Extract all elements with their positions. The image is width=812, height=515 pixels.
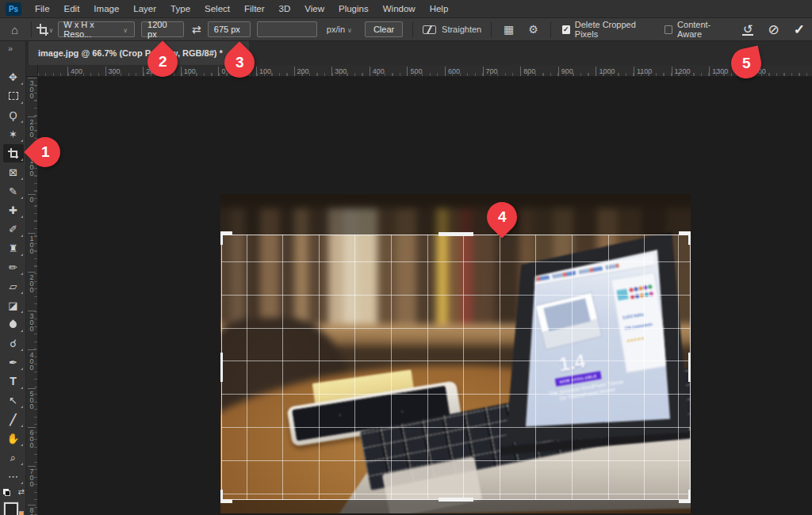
commit-crop-icon[interactable]: ✓: [794, 21, 805, 38]
divider: [550, 21, 551, 37]
line-tool-icon: ╱: [10, 414, 17, 425]
marquee-tool[interactable]: [3, 87, 24, 105]
menu-type[interactable]: Type: [163, 0, 197, 18]
checkbox-unchecked-icon: [665, 25, 672, 34]
foreground-color-swatch[interactable]: [4, 502, 18, 515]
v-ruler-label: 200: [28, 116, 36, 138]
crop-settings-gear-icon[interactable]: ⚙: [528, 23, 538, 36]
divider: [491, 21, 492, 37]
brush-tool[interactable]: ✐: [3, 220, 24, 238]
reset-crop-icon[interactable]: ↺: [742, 24, 754, 36]
crop-handle-right[interactable]: [688, 353, 691, 382]
line-tool[interactable]: ╱: [3, 410, 24, 429]
clear-button[interactable]: Clear: [365, 21, 403, 37]
crop-handle-bottom-left[interactable]: [220, 490, 232, 503]
v-ruler-label: 0: [28, 194, 36, 203]
path-selection-tool[interactable]: ↖: [3, 391, 24, 410]
quick-selection-tool-icon: ✶: [9, 129, 17, 139]
menu-bar: Ps FileEditImageLayerTypeSelectFilter3DV…: [0, 0, 812, 18]
menu-edit[interactable]: Edit: [57, 0, 87, 18]
h-ruler-label: 100: [181, 67, 196, 76]
default-foreground-swatch: [5, 490, 10, 496]
dodge-tool[interactable]: ☌: [3, 334, 24, 353]
menu-file[interactable]: File: [28, 0, 57, 18]
menu-plugins[interactable]: Plugins: [331, 0, 376, 18]
crop-height-value: 675 px: [214, 25, 240, 34]
h-ruler-label: 400: [370, 67, 385, 76]
clear-label: Clear: [373, 25, 394, 34]
menu-layer[interactable]: Layer: [126, 0, 163, 18]
move-tool[interactable]: ✥: [3, 68, 24, 86]
content-aware-checkbox[interactable]: Content-Aware: [665, 20, 729, 39]
home-icon[interactable]: ⌂: [11, 23, 18, 36]
cancel-crop-icon[interactable]: ⊘: [768, 21, 779, 38]
v-ruler-label: 600: [28, 427, 36, 448]
checkbox-checked-icon: ✓: [562, 25, 570, 34]
crop-handle-bottom-right[interactable]: [679, 490, 691, 503]
photoshop-logo[interactable]: Ps: [6, 2, 21, 16]
menu-image[interactable]: Image: [86, 0, 126, 18]
h-ruler-label: 100: [256, 67, 271, 76]
h-ruler-label: 500: [407, 67, 422, 76]
hand-tool[interactable]: ✋: [3, 429, 24, 448]
crop-tool-icon[interactable]: [36, 24, 47, 35]
crop-handle-top[interactable]: [439, 232, 473, 236]
v-ruler-label: 800: [28, 505, 36, 515]
menu-select[interactable]: Select: [197, 0, 237, 18]
type-tool[interactable]: T: [3, 372, 24, 391]
crop-handle-left[interactable]: [220, 353, 223, 382]
menu-help[interactable]: Help: [423, 0, 456, 18]
v-ruler-label: 300: [28, 78, 36, 99]
crop-handle-top-right[interactable]: [679, 231, 691, 245]
paint-bucket-tool[interactable]: ◪: [3, 296, 24, 315]
quick-selection-tool[interactable]: ✶: [3, 125, 24, 143]
menu-3d[interactable]: 3D: [272, 0, 298, 18]
lasso-tool[interactable]: Ϙ: [3, 106, 24, 124]
crop-tool[interactable]: [3, 144, 24, 162]
pen-tool[interactable]: ✒: [3, 353, 24, 372]
healing-brush-tool[interactable]: ✚: [3, 201, 24, 219]
crop-handle-bottom[interactable]: [439, 498, 473, 502]
more-tools[interactable]: ⋯: [3, 467, 24, 486]
h-ruler-label: 1000: [596, 67, 615, 76]
frame-tool[interactable]: ⊠: [3, 163, 24, 181]
canvas-area[interactable]: 3,012 Sales 776 Comments ★★★★★ 1.4 NOW A…: [38, 77, 812, 515]
zoom-tool[interactable]: ⌕: [3, 448, 24, 467]
crop-options-bar: ⌂ ∨ W x H x Reso... ∨ 1200 px ⇄ 675 px p…: [0, 18, 812, 41]
tool-strip: ✥Ϙ✶⊠✎✚✐♜✏▱◪☌✒T↖╱✋⌕⋯ ⇄: [0, 41, 26, 515]
crop-height-input[interactable]: 675 px: [208, 21, 251, 37]
menu-view[interactable]: View: [297, 0, 331, 18]
toolbar-collapse-icon[interactable]: »: [8, 44, 13, 53]
document-tab[interactable]: image.jpg @ 66.7% (Crop Preview, RGB/8#)…: [29, 41, 249, 65]
h-ruler-label: 700: [483, 67, 498, 76]
crop-width-input[interactable]: 1200 px: [141, 21, 184, 37]
swap-colors-icon[interactable]: ⇄: [18, 487, 23, 496]
pen-tool-icon: ✒: [9, 357, 17, 368]
blur-tool-icon: [8, 319, 18, 330]
blur-tool[interactable]: [3, 315, 24, 334]
chevron-down-icon[interactable]: ∨: [49, 27, 54, 34]
content-aware-label: Content-Aware: [677, 20, 729, 39]
crop-preset-label: W x H x Reso...: [63, 20, 117, 39]
crop-grid-overlay: [221, 235, 691, 500]
menu-window[interactable]: Window: [376, 0, 423, 18]
clone-stamp-tool[interactable]: ♜: [3, 239, 24, 258]
crop-preset-dropdown[interactable]: W x H x Reso... ∨: [58, 21, 135, 37]
move-tool-icon: ✥: [9, 72, 17, 82]
crop-overlay-grid-icon[interactable]: ▦: [504, 23, 514, 36]
delete-cropped-pixels-checkbox[interactable]: ✓ Delete Cropped Pixels: [562, 20, 652, 39]
chevron-down-icon: ∨: [347, 27, 352, 34]
swap-dimensions-icon[interactable]: ⇄: [192, 23, 200, 36]
resolution-unit-dropdown[interactable]: px/in ∨: [327, 25, 354, 34]
straighten-label: Straighten: [442, 25, 481, 34]
document-image[interactable]: 3,012 Sales 776 Comments ★★★★★ 1.4 NOW A…: [220, 194, 691, 513]
default-colors-control[interactable]: ⇄: [3, 489, 24, 500]
eraser-tool[interactable]: ▱: [3, 277, 24, 296]
menu-filter[interactable]: Filter: [237, 0, 272, 18]
straighten-button[interactable]: Straighten: [423, 25, 481, 34]
crop-handle-top-left[interactable]: [220, 231, 232, 245]
more-tools-icon: ⋯: [8, 471, 18, 482]
history-brush-tool[interactable]: ✏: [3, 258, 24, 277]
eyedropper-tool[interactable]: ✎: [3, 182, 24, 200]
crop-resolution-input[interactable]: [257, 21, 317, 37]
